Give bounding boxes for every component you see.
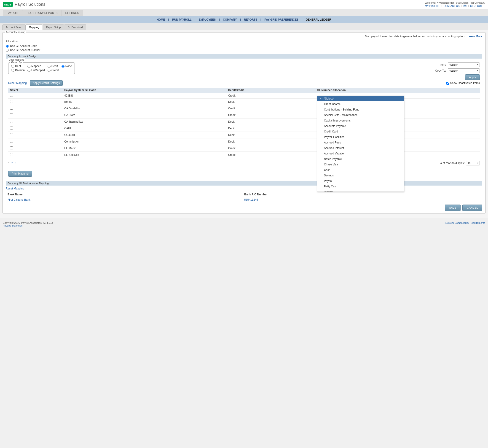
bank-row: First Citizens Bank 565411245	[6, 197, 482, 202]
table-row: CA State Credit *Select*	[8, 112, 480, 119]
dropdown-item-accrued-fees[interactable]: Accrued Fees	[317, 140, 404, 145]
help-link[interactable]: ?	[463, 5, 467, 7]
dropdown-item-accrued-interest[interactable]: Accrued Interest	[317, 145, 404, 151]
dropdown-item-payroll-liabilities[interactable]: Payroll Liabilities	[317, 134, 404, 140]
tab-settings[interactable]: SETTINGS	[61, 10, 83, 16]
tab-account-setup[interactable]: Account Setup	[2, 24, 26, 30]
dropdown-item-select[interactable]: ✓ *Select*	[317, 96, 404, 101]
cell-gl-alloc[interactable]: ✓ *Select* Grant Income	[315, 93, 480, 99]
radio-unmapped-input[interactable]	[27, 69, 31, 72]
allocation-title: Allocation:	[6, 40, 482, 43]
sub-nav-home[interactable]: HOME	[154, 17, 168, 22]
radio-gl-account-number[interactable]	[6, 49, 9, 52]
page-tabs: Account Setup Mapping Export Setup GL Do…	[0, 23, 488, 30]
sub-nav-employees[interactable]: EMPLOYEES	[196, 17, 219, 22]
tab-export-setup[interactable]: Export Setup	[43, 24, 64, 30]
contact-us-link[interactable]: CONTACT US	[443, 5, 460, 7]
radio-debit-input[interactable]	[47, 65, 51, 68]
rows-display-select[interactable]: 102550	[466, 161, 480, 165]
radio-use-gl-account-number: Use GL Account Number	[6, 48, 482, 52]
learn-more-link[interactable]: Learn More	[467, 35, 482, 38]
dropdown-item-notes-payable[interactable]: Notes Payable	[317, 156, 404, 162]
dropdown-item-special-gifts[interactable]: Special Gifts - Maintenance	[317, 112, 404, 118]
main-content: Account Mapping Map payroll transaction …	[0, 30, 488, 218]
footer-buttons: SAVE CANCEL	[6, 205, 482, 211]
row-checkbox[interactable]	[10, 133, 13, 136]
sub-nav-pay-grid-preferences[interactable]: PAY GRID PREFERENCES	[261, 17, 302, 22]
tab-front-row-reports[interactable]: FRONT ROW REPORTS	[23, 10, 62, 16]
copyright: Copyright 2016, Payroll Associates. (v14…	[3, 222, 53, 224]
bank-section-header: Company GL Bank Account Mapping	[6, 181, 482, 185]
rows-display-section: # of rows to display: 102550	[441, 161, 480, 165]
print-mapping-button[interactable]: Print Mapping	[8, 171, 32, 177]
radio-credit-input[interactable]	[47, 69, 51, 72]
tab-gl-download[interactable]: GL Download	[64, 24, 86, 30]
my-profile-link[interactable]: MY PROFILE	[425, 5, 440, 7]
toolbar-left: Reset Mapping Apply Default Settings	[8, 80, 63, 86]
copy-to-select-wrapper: *Select*	[448, 68, 480, 73]
label-gl-account-code: Use GL Account Code	[10, 44, 37, 48]
radio-none-input[interactable]	[62, 65, 64, 68]
table-row: Commission Debit *Select*	[8, 138, 480, 145]
tab-payroll[interactable]: PAYROLL	[3, 10, 23, 16]
table-row: CO403B Debit *Select*	[8, 132, 480, 138]
bank-reset-mapping-link[interactable]: Reset Mapping	[6, 187, 24, 190]
radio-debit: Debit	[47, 64, 59, 68]
sub-nav-run-payroll[interactable]: RUN PAYROLL	[169, 17, 195, 22]
dropdown-item-petty-cash[interactable]: Petty Cash	[317, 184, 404, 189]
company-account-design: Company Account Design	[6, 54, 482, 59]
page-2-link[interactable]: 2	[11, 161, 13, 165]
row-checkbox[interactable]	[10, 94, 13, 97]
reset-mapping-link[interactable]: Reset Mapping	[8, 81, 27, 85]
radio-mapped-input[interactable]	[27, 65, 31, 68]
apply-default-settings-button[interactable]: Apply Default Settings	[30, 80, 63, 86]
group-by-box: Group By Dept. Mapped Debit	[8, 63, 75, 74]
row-checkbox[interactable]	[10, 127, 13, 129]
sub-nav-reports[interactable]: REPORTS	[241, 17, 260, 22]
row-checkbox[interactable]	[10, 100, 13, 103]
mapping-table: Select Payroll System GL Code Debit/Cred…	[8, 88, 480, 158]
pagination: 1 2 3	[8, 161, 17, 165]
dropdown-item-accrued-vacation[interactable]: Accrued Vacation	[317, 151, 404, 156]
dropdown-item-savings[interactable]: Savings	[317, 173, 404, 178]
page-3-link[interactable]: 3	[15, 161, 16, 165]
radio-mapped: Mapped	[27, 64, 45, 68]
table-row: CAUI Debit *Select*	[8, 125, 480, 132]
dropdown-item-wepay[interactable]: WePay	[317, 189, 404, 192]
dropdown-item-accounts-payable[interactable]: Accounts Payable	[317, 123, 404, 129]
radio-dept-input[interactable]	[11, 65, 14, 68]
row-checkbox[interactable]	[10, 107, 13, 110]
radio-division-input[interactable]	[11, 69, 14, 72]
gl-alloc-dropdown[interactable]: ✓ *Select* Grant Income	[317, 96, 404, 192]
show-deactivated-checkbox[interactable]	[446, 82, 449, 85]
dropdown-item-cash[interactable]: Cash	[317, 167, 404, 173]
save-button[interactable]: SAVE	[445, 205, 461, 211]
dropdown-item-paypal[interactable]: Paypal	[317, 178, 404, 184]
row-checkbox[interactable]	[10, 146, 13, 149]
row-checkbox[interactable]	[10, 140, 13, 143]
sage-logo: sage	[3, 2, 13, 7]
sub-nav-general-ledger[interactable]: GENERAL LEDGER	[303, 17, 335, 22]
sub-nav-company[interactable]: COMPANY	[220, 17, 240, 22]
copy-to-select[interactable]: *Select*	[448, 68, 480, 73]
table-row: CA Disability Credit *Select*	[8, 105, 480, 112]
footer-left: Copyright 2016, Payroll Associates. (v14…	[3, 222, 53, 227]
apply-button[interactable]: Apply	[465, 74, 480, 80]
row-checkbox[interactable]	[10, 113, 13, 116]
dropdown-item-contributions[interactable]: Contributions - Building Fund	[317, 107, 404, 112]
dropdown-item-chase-visa[interactable]: Chase Visa	[317, 162, 404, 167]
dropdown-item-grant-income[interactable]: Grant Income	[317, 101, 404, 107]
privacy-statement-link[interactable]: Privacy Statement	[3, 224, 23, 227]
row-checkbox[interactable]	[10, 120, 13, 123]
sign-out-link[interactable]: SIGN OUT	[470, 5, 482, 7]
radio-gl-account-code[interactable]	[6, 45, 9, 48]
row-checkbox[interactable]	[10, 153, 13, 156]
cancel-button[interactable]: CANCEL	[462, 205, 482, 211]
tab-mapping[interactable]: Mapping	[26, 24, 43, 30]
table-row: CA TrainingTax Debit *Select*	[8, 119, 480, 125]
dropdown-item-capital-improvements[interactable]: Capital Improvements	[317, 118, 404, 123]
dropdown-item-credit-card[interactable]: Credit Card	[317, 129, 404, 134]
item-select[interactable]: *Select*	[448, 63, 480, 67]
system-compatibility-link[interactable]: System Compatibility Requirements	[445, 222, 485, 224]
info-row: Map payroll transaction data to general …	[6, 35, 482, 38]
